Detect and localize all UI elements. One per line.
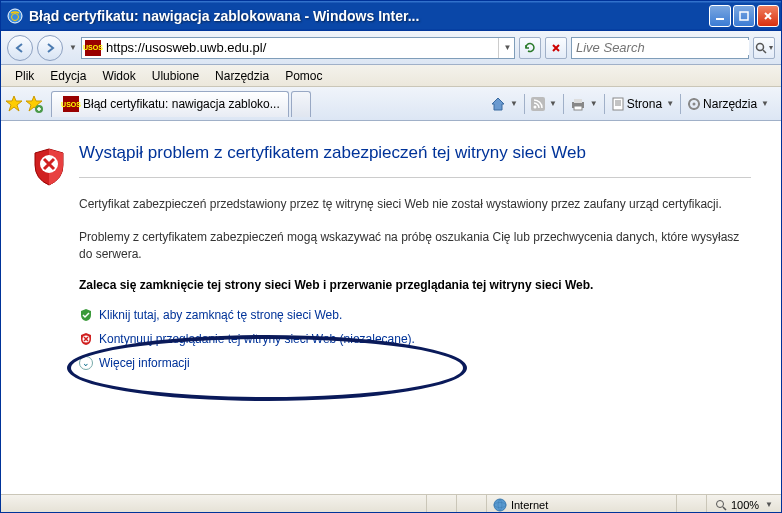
window-title: Błąd certyfikatu: nawigacja zablokowana …	[29, 8, 709, 24]
cert-recommendation: Zaleca się zamknięcie tej strony sieci W…	[79, 278, 751, 292]
zoom-level: 100%	[731, 499, 759, 511]
status-zone: Internet	[487, 495, 677, 513]
site-favicon: USOS	[85, 40, 101, 56]
home-button[interactable]: ▼	[490, 96, 518, 112]
forward-button[interactable]	[37, 35, 63, 61]
more-info-link[interactable]: Więcej informacji	[99, 356, 190, 370]
zoom-icon	[715, 499, 727, 511]
cert-error-heading: Wystąpił problem z certyfikatem zabezpie…	[79, 143, 751, 163]
svg-rect-12	[613, 98, 623, 110]
status-cell-1	[427, 495, 457, 513]
svg-line-23	[723, 507, 726, 510]
close-page-link[interactable]: Kliknij tutaj, aby zamknąć tę stronę sie…	[99, 308, 342, 322]
divider	[79, 177, 751, 178]
menubar: Plik Edycja Widok Ulubione Narzędzia Pom…	[1, 65, 781, 87]
new-tab-button[interactable]	[291, 91, 311, 117]
cert-para-1: Certyfikat zabezpieczeń przedstawiony pr…	[79, 196, 751, 213]
svg-line-5	[763, 50, 766, 53]
svg-point-20	[494, 499, 506, 511]
tab-current[interactable]: USOS Błąd certyfikatu: nawigacja zabloko…	[51, 91, 289, 117]
menu-edit[interactable]: Edycja	[42, 67, 94, 85]
continue-link[interactable]: Kontynuuj przeglądanie tej witryny sieci…	[99, 332, 415, 346]
minimize-button[interactable]	[709, 5, 731, 27]
zoom-control[interactable]: 100% ▼	[707, 499, 781, 511]
svg-point-17	[693, 102, 696, 105]
svg-rect-11	[574, 106, 582, 110]
statusbar: Internet 100% ▼	[1, 494, 781, 513]
page-menu[interactable]: Strona▼	[611, 97, 674, 111]
cert-para-2: Problemy z certyfikatem zabezpieczeń mog…	[79, 229, 751, 263]
svg-rect-3	[740, 12, 748, 20]
shield-error-icon	[31, 147, 67, 187]
tools-menu[interactable]: Narzędzia▼	[687, 97, 769, 111]
print-button[interactable]: ▼	[570, 97, 598, 111]
menu-favorites[interactable]: Ulubione	[144, 67, 207, 85]
search-button[interactable]: ▾	[753, 37, 775, 59]
menu-file[interactable]: Plik	[7, 67, 42, 85]
feeds-button[interactable]: ▼	[531, 97, 557, 111]
stop-button[interactable]	[545, 37, 567, 59]
tab-favicon: USOS	[63, 96, 79, 112]
svg-rect-10	[574, 99, 582, 103]
favorites-star-icon[interactable]	[5, 95, 23, 113]
refresh-button[interactable]	[519, 37, 541, 59]
svg-rect-2	[716, 18, 724, 20]
cert-action-continue: Kontynuuj przeglądanie tej witryny sieci…	[79, 332, 751, 346]
address-bar[interactable]: USOS ▼	[81, 37, 515, 59]
search-input[interactable]	[572, 40, 749, 55]
tab-toolbar: USOS Błąd certyfikatu: nawigacja zabloko…	[1, 87, 781, 121]
nav-history-dropdown[interactable]: ▼	[69, 43, 77, 52]
tab-label: Błąd certyfikatu: nawigacja zabloko...	[83, 97, 280, 111]
expand-icon[interactable]: ⌄	[79, 356, 93, 370]
status-cell-2	[457, 495, 487, 513]
svg-point-8	[533, 105, 536, 108]
search-bar[interactable]	[571, 37, 749, 59]
menu-tools[interactable]: Narzędzia	[207, 67, 277, 85]
shield-warn-icon	[79, 332, 93, 346]
back-button[interactable]	[7, 35, 33, 61]
navigation-toolbar: ▼ USOS ▼ ▾	[1, 31, 781, 65]
maximize-button[interactable]	[733, 5, 755, 27]
status-cell-4	[677, 495, 707, 513]
menu-help[interactable]: Pomoc	[277, 67, 330, 85]
close-button[interactable]	[757, 5, 779, 27]
internet-zone-icon	[493, 498, 507, 512]
more-info-row: ⌄ Więcej informacji	[79, 356, 751, 370]
ie-logo-icon	[7, 8, 23, 24]
shield-ok-icon	[79, 308, 93, 322]
address-dropdown[interactable]: ▼	[498, 38, 514, 58]
page-content: Wystąpił problem z certyfikatem zabezpie…	[1, 121, 781, 494]
svg-point-22	[716, 500, 723, 507]
window-titlebar: Błąd certyfikatu: nawigacja zablokowana …	[1, 1, 781, 31]
add-favorite-icon[interactable]	[25, 95, 43, 113]
cert-action-close: Kliknij tutaj, aby zamknąć tę stronę sie…	[79, 308, 751, 322]
zoom-dropdown[interactable]: ▼	[765, 500, 773, 509]
menu-view[interactable]: Widok	[94, 67, 143, 85]
address-input[interactable]	[104, 40, 498, 55]
svg-point-4	[757, 43, 764, 50]
status-message	[1, 495, 427, 513]
